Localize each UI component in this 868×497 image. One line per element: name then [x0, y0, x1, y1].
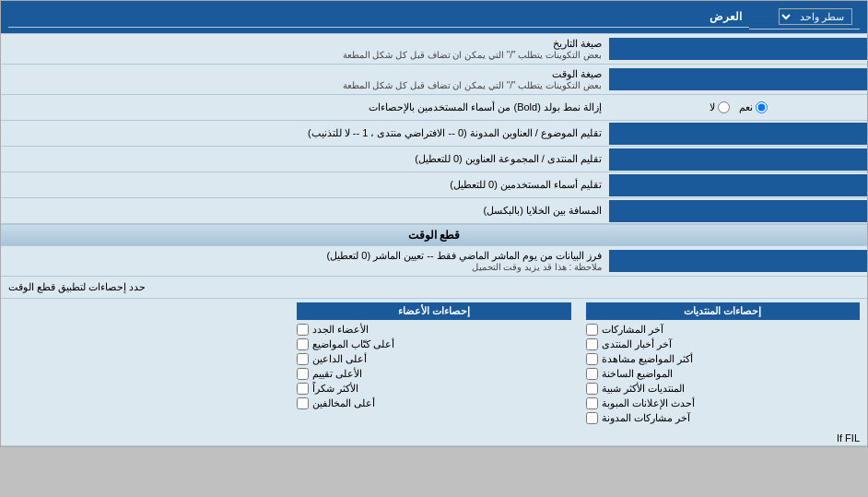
forum-stat-check-6[interactable]	[586, 412, 598, 424]
forum-stat-item-3[interactable]: المواضيع الساخنة	[586, 368, 860, 380]
bold-no-label[interactable]: لا	[710, 101, 730, 113]
bottom-note: If FIL	[1, 431, 867, 446]
date-format-row: d-m صيغة التاريخ بعض التكوينات يتطلب "/"…	[1, 34, 867, 65]
trim-users-input[interactable]: 0	[613, 179, 863, 192]
member-stat-item-4[interactable]: الأكثر شكراً	[297, 383, 570, 395]
member-stats-col-header: إحصاءات الأعضاء	[297, 302, 570, 320]
member-stat-check-3[interactable]	[297, 368, 309, 380]
member-stat-check-2[interactable]	[297, 353, 309, 365]
forum-stat-check-0[interactable]	[586, 324, 598, 336]
member-stat-check-0[interactable]	[297, 324, 309, 336]
snapshot-filter-row: 0 فرز البيانات من يوم الماشر الماضي فقط …	[1, 246, 867, 277]
bold-yes-radio[interactable]	[756, 101, 768, 113]
forum-stat-item-6[interactable]: آخر مشاركات المدونة	[586, 412, 860, 424]
date-format-label: صيغة التاريخ بعض التكوينات يتطلب "/" الت…	[1, 34, 609, 64]
trim-subject-input-area[interactable]: 33	[609, 123, 867, 145]
trim-users-label: تقليم أسماء المستخدمين (0 للتعطيل)	[1, 175, 609, 195]
forum-stat-item-0[interactable]: آخر المشاركات	[586, 324, 860, 336]
forum-stat-check-4[interactable]	[586, 383, 598, 395]
snapshot-section-header: قطع الوقت	[1, 224, 867, 246]
forum-stat-item-5[interactable]: أحدث الإعلانات المبوبة	[586, 397, 860, 409]
bold-label: إزالة نمط بولد (Bold) من أسماء المستخدمي…	[1, 98, 609, 117]
checkboxes-header: حدد إحصاءات لتطبيق قطع الوقت	[1, 277, 867, 299]
member-stat-item-1[interactable]: أعلى كتّاب المواضيع	[297, 338, 570, 350]
time-format-input[interactable]: H:i	[613, 73, 863, 86]
trim-forum-row: 33 تقليم المنتدى / المجموعة العناوين (0 …	[1, 147, 867, 172]
bold-radio-options[interactable]: نعم لا	[609, 100, 867, 115]
time-format-row: H:i صيغة الوقت بعض التكوينات يتطلب "/" ا…	[1, 65, 867, 95]
header-row: سطر واحد سطرين ثلاثة أسطر العرض	[1, 1, 867, 34]
time-format-label: صيغة الوقت بعض التكوينات يتطلب "/" التي …	[1, 65, 609, 94]
trim-users-input-area[interactable]: 0	[609, 174, 867, 196]
trim-forum-input-area[interactable]: 33	[609, 148, 867, 171]
member-stat-item-0[interactable]: الأعضاء الجدد	[297, 324, 570, 336]
member-stats-col: إحصاءات الأعضاء الأعضاء الجدد أعلى كتّاب…	[289, 299, 578, 431]
forum-stat-item-2[interactable]: أكثر المواضيع مشاهدة	[586, 353, 860, 365]
member-stat-check-1[interactable]	[297, 338, 309, 350]
cell-spacing-label: المسافة بين الخلايا (بالبكسل)	[1, 201, 609, 220]
trim-forum-label: تقليم المنتدى / المجموعة العناوين (0 للت…	[1, 149, 609, 169]
trim-subject-row: 33 تقليم الموضوع / العناوين المدونة (0 -…	[1, 121, 867, 147]
trim-subject-label: تقليم الموضوع / العناوين المدونة (0 -- ا…	[1, 124, 609, 143]
header-title: العرض	[8, 6, 749, 28]
forum-stats-col-header: إحصاءات المنتديات	[586, 302, 860, 320]
cell-spacing-input[interactable]: 2	[613, 205, 863, 218]
date-format-input[interactable]: d-m	[613, 42, 863, 55]
forum-stat-item-4[interactable]: المنتديات الأكثر شبية	[586, 383, 860, 395]
checkboxes-grid: إحصاءات المنتديات آخر المشاركات آخر أخبا…	[1, 299, 867, 431]
member-stat-check-4[interactable]	[297, 383, 309, 395]
member-stat-check-5[interactable]	[297, 397, 309, 409]
cell-spacing-input-area[interactable]: 2	[609, 200, 867, 222]
forum-stat-check-1[interactable]	[586, 338, 598, 350]
display-select[interactable]: سطر واحد سطرين ثلاثة أسطر	[779, 8, 852, 25]
date-format-input-area[interactable]: d-m	[609, 38, 867, 60]
snapshot-filter-label: فرز البيانات من يوم الماشر الماضي فقط --…	[1, 246, 609, 276]
bold-radio-row: نعم لا إزالة نمط بولد (Bold) من أسماء ال…	[1, 95, 867, 121]
bold-no-radio[interactable]	[718, 101, 730, 113]
cell-spacing-row: 2 المسافة بين الخلايا (بالبكسل)	[1, 198, 867, 224]
main-container: سطر واحد سطرين ثلاثة أسطر العرض d-m صيغة…	[0, 0, 868, 447]
member-stat-item-2[interactable]: أعلى الداعين	[297, 353, 570, 365]
trim-subject-input[interactable]: 33	[613, 127, 863, 140]
empty-col	[1, 299, 289, 431]
snapshot-filter-input-area[interactable]: 0	[609, 250, 867, 272]
snapshot-filter-input[interactable]: 0	[613, 254, 863, 267]
display-select-area[interactable]: سطر واحد سطرين ثلاثة أسطر	[749, 5, 860, 30]
forum-stats-col: إحصاءات المنتديات آخر المشاركات آخر أخبا…	[579, 299, 867, 431]
forum-stat-item-1[interactable]: آخر أخبار المنتدى	[586, 338, 860, 350]
trim-forum-input[interactable]: 33	[613, 153, 863, 166]
bold-yes-label[interactable]: نعم	[739, 101, 768, 113]
forum-stat-check-5[interactable]	[586, 397, 598, 409]
member-stat-item-3[interactable]: الأعلى تقييم	[297, 368, 570, 380]
trim-users-row: 0 تقليم أسماء المستخدمين (0 للتعطيل)	[1, 172, 867, 198]
forum-stat-check-2[interactable]	[586, 353, 598, 365]
member-stat-item-5[interactable]: أعلى المخالفين	[297, 397, 570, 409]
forum-stat-check-3[interactable]	[586, 368, 598, 380]
time-format-input-area[interactable]: H:i	[609, 68, 867, 90]
